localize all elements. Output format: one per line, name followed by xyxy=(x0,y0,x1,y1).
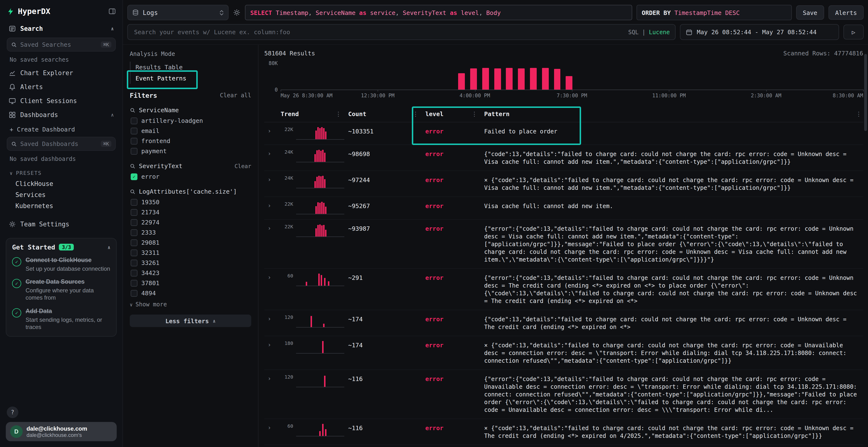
filter-option[interactable]: payment xyxy=(130,146,251,156)
filter-option[interactable]: 32311 xyxy=(130,248,251,258)
filter-option[interactable]: 33261 xyxy=(130,258,251,268)
sidebar-item-clickhouse[interactable]: ClickHouse xyxy=(6,178,117,189)
column-header-count[interactable]: Count ⋮ xyxy=(348,110,425,117)
filter-option[interactable]: ✓error xyxy=(130,171,251,182)
sidebar-item-client-sessions[interactable]: Client Sessions xyxy=(6,94,117,108)
histogram-bar[interactable] xyxy=(518,68,525,90)
checkbox[interactable] xyxy=(131,290,137,297)
pattern-row[interactable]: ›60~58error{"level":"error","span_id":"5… xyxy=(264,445,863,447)
histogram-bar[interactable] xyxy=(482,68,489,90)
chevron-up-icon[interactable]: ∧ xyxy=(107,244,111,250)
pattern-row[interactable]: ›60~291error{"error":{"code":13,"details… xyxy=(264,269,863,310)
date-range-picker[interactable]: May 26 08:52:44 - May 27 08:52:44 xyxy=(680,24,839,40)
presets-toggle[interactable]: ∨ PRESETS xyxy=(6,165,117,178)
pattern-row[interactable]: ›120~174error{"code":13,"details":"faile… xyxy=(264,310,863,336)
lucene-search-box[interactable]: SQL | Lucene xyxy=(127,24,676,40)
expand-row-icon[interactable]: › xyxy=(264,224,281,232)
expand-row-icon[interactable]: › xyxy=(264,423,281,431)
filter-option[interactable]: 22974 xyxy=(130,217,251,227)
lucene-toggle[interactable]: Lucene xyxy=(649,29,670,35)
filter-option[interactable]: 29081 xyxy=(130,238,251,248)
filter-option[interactable]: email xyxy=(130,126,251,136)
expand-row-icon[interactable]: › xyxy=(264,374,281,382)
filter-option[interactable]: frontend xyxy=(130,136,251,146)
get-started-step[interactable]: ✓ Create Data Sources Configure where yo… xyxy=(12,278,111,302)
clear-all-filters-button[interactable]: Clear all xyxy=(220,92,251,99)
user-menu[interactable]: D dale@clickhouse.com dale@clickhouse.co… xyxy=(6,422,117,441)
filter-option[interactable]: 2333 xyxy=(130,227,251,238)
clear-filter-button[interactable]: Clear xyxy=(235,163,251,169)
expand-row-icon[interactable]: › xyxy=(264,273,281,281)
histogram-bar[interactable] xyxy=(506,68,513,90)
help-button[interactable]: ? xyxy=(7,407,18,418)
sidebar-item-chart-explorer[interactable]: Chart Explorer xyxy=(6,66,117,80)
checkbox[interactable] xyxy=(131,199,137,205)
sidebar-collapse-icon[interactable] xyxy=(108,8,116,15)
histogram-bar[interactable] xyxy=(458,73,465,90)
pattern-row[interactable]: ›22K~103351errorFailed to place order xyxy=(264,122,863,145)
sidebar-item-team-settings[interactable]: Team Settings xyxy=(6,217,117,231)
pattern-row[interactable]: ›24K~98698error{"code":13,"details":"fai… xyxy=(264,145,863,171)
column-menu-icon[interactable]: ⋮ xyxy=(856,110,862,117)
histogram-bar[interactable] xyxy=(566,76,572,90)
expand-row-icon[interactable]: › xyxy=(264,314,281,322)
checkbox[interactable] xyxy=(131,270,137,276)
sidebar-item-services[interactable]: Services xyxy=(6,189,117,200)
less-filters-button[interactable]: Less filters ∧ xyxy=(130,314,251,327)
expand-row-icon[interactable]: › xyxy=(264,201,281,209)
sql-select-input[interactable]: SELECT Timestamp, ServiceName as service… xyxy=(245,5,632,20)
mode-results-table[interactable]: Results Table xyxy=(131,62,183,73)
checkbox[interactable] xyxy=(131,260,137,266)
scrollbar-thumb[interactable] xyxy=(864,54,867,131)
filter-option[interactable]: 37801 xyxy=(130,278,251,288)
checkbox[interactable] xyxy=(131,219,137,226)
pattern-row[interactable]: ›22K~93987error{"error":{"code":13,"deta… xyxy=(264,220,863,269)
saved-searches-input[interactable]: Saved Searches ⌘K xyxy=(7,38,116,51)
histogram-bar[interactable] xyxy=(470,68,477,90)
save-button[interactable]: Save xyxy=(796,5,824,20)
sidebar-item-search[interactable]: Search ∧ xyxy=(6,22,117,36)
sidebar-item-kubernetes[interactable]: Kubernetes xyxy=(6,200,117,211)
column-header-level[interactable]: level ⋮ xyxy=(425,110,484,117)
expand-row-icon[interactable]: › xyxy=(264,341,281,348)
checkbox[interactable] xyxy=(131,239,137,246)
column-menu-icon[interactable]: ⋮ xyxy=(412,110,418,117)
order-by-input[interactable]: ORDER BY TimestampTime DESC xyxy=(636,5,792,20)
column-header-trend[interactable]: Trend ⋮ xyxy=(281,110,348,117)
sql-toggle[interactable]: SQL xyxy=(628,29,639,35)
checkbox[interactable] xyxy=(131,249,137,256)
histogram-bar[interactable] xyxy=(530,68,537,90)
histogram-bar[interactable] xyxy=(542,68,549,90)
filter-option[interactable]: 19350 xyxy=(130,197,251,207)
alerts-button[interactable]: Alerts xyxy=(829,5,864,20)
filter-option[interactable]: 4894 xyxy=(130,288,251,298)
create-dashboard-button[interactable]: + Create Dashboard xyxy=(6,122,117,135)
sidebar-item-dashboards[interactable]: Dashboards ∧ xyxy=(6,108,117,122)
column-header-pattern[interactable]: Pattern ⋮ xyxy=(484,110,863,117)
checkbox[interactable] xyxy=(131,229,137,236)
search-input[interactable] xyxy=(133,28,624,36)
pattern-row[interactable]: ›180~174error× {"code":13,"details":"fai… xyxy=(264,336,863,370)
histogram-bar[interactable] xyxy=(554,69,561,90)
checkbox[interactable] xyxy=(131,128,137,134)
source-settings-gear-icon[interactable] xyxy=(233,9,241,16)
get-started-step[interactable]: ✓ Add Data Start sending logs, metrics, … xyxy=(12,308,111,332)
checkbox[interactable] xyxy=(131,117,137,124)
histogram-bar[interactable] xyxy=(494,68,501,90)
pattern-row[interactable]: ›120~116error{"error":{"code":13,"detail… xyxy=(264,370,863,419)
filter-option[interactable]: 21734 xyxy=(130,207,251,217)
checkbox[interactable]: ✓ xyxy=(131,173,137,180)
sidebar-item-alerts[interactable]: Alerts xyxy=(6,80,117,94)
checkbox[interactable] xyxy=(131,138,137,144)
checkbox[interactable] xyxy=(131,148,137,154)
get-started-step[interactable]: ✓ Connect to ClickHouse Set up your data… xyxy=(12,257,111,273)
pattern-row[interactable]: ›60~116error× {"code":13,"details":"fail… xyxy=(264,419,863,445)
filter-option[interactable]: artillery-loadgen xyxy=(130,115,251,126)
saved-dashboards-input[interactable]: Saved Dashboards ⌘K xyxy=(7,137,116,151)
mode-event-patterns[interactable]: Event Patterns xyxy=(131,73,186,84)
source-select[interactable]: Logs xyxy=(127,5,228,20)
expand-row-icon[interactable]: › xyxy=(264,127,281,134)
column-menu-icon[interactable]: ⋮ xyxy=(471,110,477,117)
column-menu-icon[interactable]: ⋮ xyxy=(335,110,341,117)
pattern-row[interactable]: ›24K~97244error× {"code":13,"details":"f… xyxy=(264,171,863,197)
